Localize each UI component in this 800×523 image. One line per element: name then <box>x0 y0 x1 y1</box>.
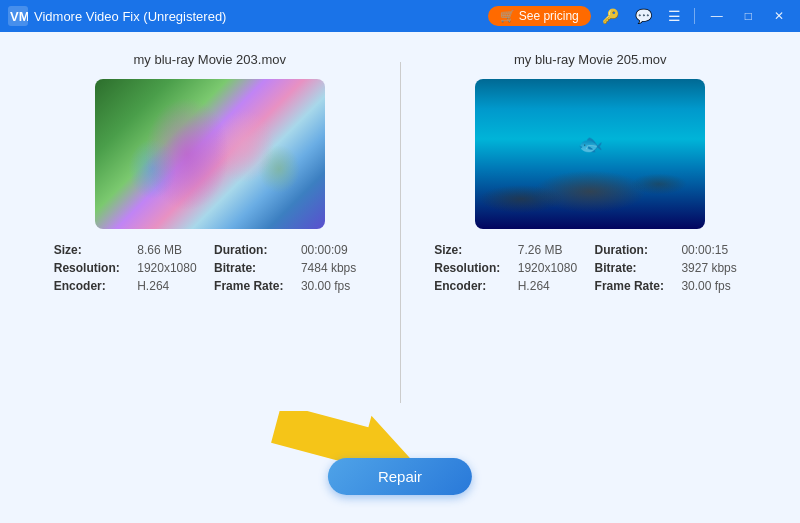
app-title: Vidmore Video Fix (Unregistered) <box>34 9 488 24</box>
left-resolution-value: 1920x1080 <box>137 261 206 275</box>
main-content: my blu-ray Movie 203.mov Size: 8.66 MB D… <box>0 32 800 523</box>
left-encoder-label: Encoder: <box>54 279 129 293</box>
left-meta-grid: Size: 8.66 MB Duration: 00:00:09 Resolut… <box>50 243 370 293</box>
right-bitrate-label: Bitrate: <box>595 261 674 275</box>
titlebar-actions: 🛒 See pricing 🔑 💬 ☰ — □ ✕ <box>488 6 792 26</box>
right-video-panel: my blu-ray Movie 205.mov Size: 7.26 MB D… <box>421 52 761 413</box>
left-size-value: 8.66 MB <box>137 243 206 257</box>
chat-icon: 💬 <box>635 8 652 24</box>
left-encoder-value: H.264 <box>137 279 206 293</box>
titlebar: VM Vidmore Video Fix (Unregistered) 🛒 Se… <box>0 0 800 32</box>
left-video-title: my blu-ray Movie 203.mov <box>134 52 286 67</box>
right-video-thumbnail[interactable] <box>475 79 705 229</box>
left-video-panel: my blu-ray Movie 203.mov Size: 8.66 MB D… <box>40 52 380 413</box>
pricing-button[interactable]: 🛒 See pricing <box>488 6 591 26</box>
right-framerate-label: Frame Rate: <box>595 279 674 293</box>
menu-icon: ☰ <box>668 8 681 24</box>
app-logo: VM <box>8 6 28 26</box>
close-button[interactable]: ✕ <box>766 7 792 25</box>
maximize-icon: □ <box>745 9 752 23</box>
left-thumbnail-image <box>95 79 325 229</box>
right-duration-label: Duration: <box>595 243 674 257</box>
cart-icon: 🛒 <box>500 9 515 23</box>
right-video-title: my blu-ray Movie 205.mov <box>514 52 666 67</box>
left-duration-label: Duration: <box>214 243 293 257</box>
right-bitrate-value: 3927 kbps <box>681 261 746 275</box>
left-video-thumbnail[interactable] <box>95 79 325 229</box>
left-resolution-label: Resolution: <box>54 261 129 275</box>
svg-text:VM: VM <box>10 9 28 24</box>
vertical-divider <box>400 62 401 403</box>
bottom-area: Repair <box>0 413 800 523</box>
chat-button[interactable]: 💬 <box>630 6 657 26</box>
left-bitrate-value: 7484 kbps <box>301 261 366 275</box>
repair-button[interactable]: Repair <box>328 458 472 495</box>
right-size-value: 7.26 MB <box>518 243 587 257</box>
right-encoder-value: H.264 <box>518 279 587 293</box>
videos-section: my blu-ray Movie 203.mov Size: 8.66 MB D… <box>0 32 800 413</box>
right-resolution-value: 1920x1080 <box>518 261 587 275</box>
menu-button[interactable]: ☰ <box>663 6 686 26</box>
right-size-label: Size: <box>434 243 509 257</box>
right-duration-value: 00:00:15 <box>681 243 746 257</box>
key-icon: 🔑 <box>602 8 619 24</box>
left-framerate-label: Frame Rate: <box>214 279 293 293</box>
pricing-label: See pricing <box>519 9 579 23</box>
maximize-button[interactable]: □ <box>737 7 760 25</box>
left-size-label: Size: <box>54 243 129 257</box>
close-icon: ✕ <box>774 9 784 23</box>
right-thumbnail-image <box>475 79 705 229</box>
key-button[interactable]: 🔑 <box>597 6 624 26</box>
left-framerate-value: 30.00 fps <box>301 279 366 293</box>
minimize-icon: — <box>711 9 723 23</box>
right-framerate-value: 30.00 fps <box>681 279 746 293</box>
left-bitrate-label: Bitrate: <box>214 261 293 275</box>
right-resolution-label: Resolution: <box>434 261 509 275</box>
titlebar-separator <box>694 8 695 24</box>
right-encoder-label: Encoder: <box>434 279 509 293</box>
right-meta-grid: Size: 7.26 MB Duration: 00:00:15 Resolut… <box>430 243 750 293</box>
left-duration-value: 00:00:09 <box>301 243 366 257</box>
minimize-button[interactable]: — <box>703 7 731 25</box>
